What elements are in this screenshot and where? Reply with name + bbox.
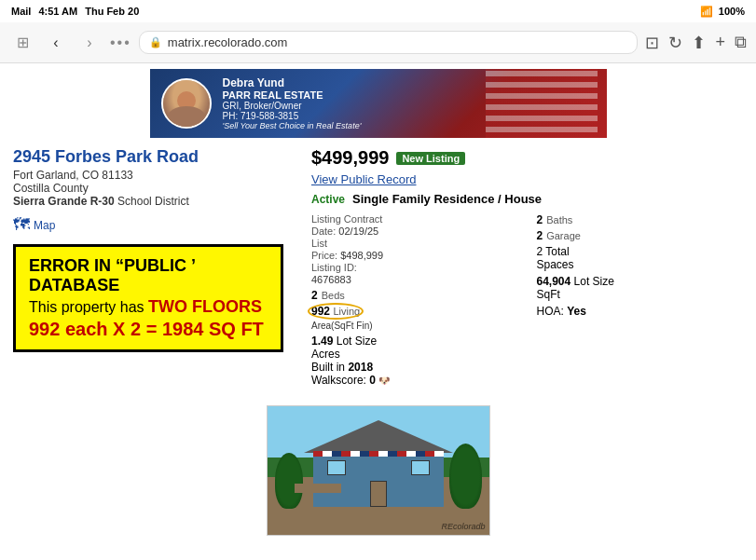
- baths-unit: Baths: [546, 214, 572, 225]
- beds-row: 2 Beds: [311, 289, 518, 302]
- agent-company: PARR REAL ESTATE: [223, 89, 362, 101]
- map-link[interactable]: 🗺 Map: [13, 215, 293, 235]
- new-listing-badge: New Listing: [396, 152, 465, 165]
- listing-date-row: Date: 02/19/25: [311, 225, 518, 237]
- lock-icon: 🔒: [149, 36, 162, 48]
- house-deck: [295, 484, 341, 493]
- details-col-right: 2 Baths 2 Garage 2 Total Spaces: [537, 213, 744, 387]
- garage-unit: Garage: [546, 230, 581, 241]
- listing-id-value-row: 4676883: [311, 274, 518, 285]
- property-image: REcoloradb: [267, 405, 490, 536]
- property-city: Fort Garland, CO 81133: [13, 169, 293, 182]
- school-district: Sierra Grande R-30 School District: [13, 195, 293, 208]
- house-body: [313, 451, 444, 507]
- listing-contract-row: Listing Contract: [311, 213, 518, 225]
- living-value: 992: [311, 305, 330, 318]
- listing-left-column: 2945 Forbes Park Road Fort Garland, CO 8…: [13, 147, 293, 387]
- page-content: Debra Yund PARR REAL ESTATE GRI, Broker/…: [0, 63, 756, 560]
- active-status: Active: [311, 193, 345, 206]
- lot-size-acres-row: 1.49 Lot Size: [311, 335, 518, 348]
- listing-id-value: 4676883: [311, 274, 351, 285]
- new-tab-icon[interactable]: +: [715, 33, 725, 52]
- listing-contract-label: Listing Contract: [311, 213, 382, 225]
- agent-info: Debra Yund PARR REAL ESTATE GRI, Broker/…: [223, 76, 362, 130]
- property-type: Single Family Residence / House: [352, 192, 542, 206]
- property-image-wrap: REcoloradb: [0, 405, 756, 554]
- lot-sqft-row: 64,904 Lot Size: [537, 275, 744, 288]
- listing-info: Listing Contract Date: 02/19/25 List Pri…: [311, 213, 518, 285]
- house-roof: [304, 420, 453, 453]
- recolorado-watermark: REcoloradb: [441, 522, 485, 531]
- share-icon[interactable]: ⬆: [692, 33, 706, 53]
- tree-right: [449, 444, 482, 509]
- agent-tagline: 'Sell Your Best Choice in Real Estate': [223, 121, 362, 130]
- price-row: $499,999 New Listing: [311, 147, 743, 169]
- date-label: Date:: [311, 225, 336, 237]
- spaces-value: 2: [537, 245, 543, 258]
- url-display: matrix.recolorado.com: [168, 35, 288, 49]
- details-grid: Listing Contract Date: 02/19/25 List Pri…: [311, 213, 743, 387]
- walkscore-icon: 🐶: [378, 376, 390, 386]
- browser-toolbar: ⊞ ‹ › ••• 🔒 matrix.recolorado.com ⊡ ↻ ⬆ …: [0, 22, 756, 63]
- list-price-value: $498,999: [340, 250, 383, 261]
- agent-name: Debra Yund: [223, 76, 362, 89]
- property-county: Costilla County: [13, 182, 293, 195]
- living-unit: Living: [333, 306, 360, 317]
- spaces-label: Spaces: [537, 258, 574, 271]
- forward-button[interactable]: ›: [76, 30, 103, 56]
- garage-row: 2 Garage: [537, 229, 744, 242]
- error-calculation: 992 each X 2 = 1984 SQ FT: [29, 319, 268, 340]
- walkscore-row: Walkscore: 0 🐶: [311, 374, 518, 387]
- dots-menu: •••: [110, 34, 131, 51]
- living-area-highlight: 992 Living: [311, 305, 360, 318]
- agent-banner: Debra Yund PARR REAL ESTATE GRI, Broker/…: [150, 69, 607, 138]
- airplay-icon[interactable]: ⊡: [645, 33, 659, 53]
- list-price-row: Price: $498,999: [311, 250, 518, 261]
- hoa-row: HOA: Yes: [537, 305, 744, 318]
- list-label-row: List: [311, 238, 518, 249]
- list-label: List: [311, 238, 327, 249]
- back-button[interactable]: ‹: [43, 30, 69, 56]
- address-bar[interactable]: 🔒 matrix.recolorado.com: [139, 31, 639, 54]
- property-address: 2945 Forbes Park Road: [13, 147, 293, 167]
- refresh-icon[interactable]: ↻: [668, 33, 682, 53]
- error-box: ERROR IN “PUBLIC ’ DATABASE This propert…: [13, 244, 283, 352]
- living-area-row: 992 Living: [311, 305, 518, 318]
- baths-value: 2: [537, 213, 543, 226]
- acres-row: Acres: [311, 348, 518, 361]
- house-structure: [304, 423, 453, 507]
- status-bar: Mail 4:51 AM Thu Feb 20 📶 100%: [0, 0, 756, 22]
- agent-credentials: GRI, Broker/Owner: [223, 101, 362, 111]
- error-highlight: TWO FLOORS: [148, 297, 262, 316]
- tabs-icon[interactable]: ⧉: [735, 33, 747, 52]
- garage-value: 2: [537, 229, 543, 242]
- map-label: Map: [34, 219, 55, 232]
- error-prefix: This property has: [29, 299, 148, 315]
- lot-sqft-sub-row: SqFt: [537, 288, 744, 301]
- spaces-row: 2 Total: [537, 245, 744, 258]
- listing-id-row: Listing ID:: [311, 262, 518, 273]
- day-display: Thu Feb 20: [85, 6, 139, 17]
- mail-indicator: Mail: [11, 6, 31, 17]
- view-public-record-link[interactable]: View Public Record: [311, 172, 743, 186]
- agent-phone: PH: 719-588-3815: [223, 111, 362, 121]
- beds-value: 2: [311, 289, 318, 302]
- details-col-left: Listing Contract Date: 02/19/25 List Pri…: [311, 213, 518, 387]
- listing-right-column: $499,999 New Listing View Public Record …: [311, 147, 743, 387]
- living-sub-row: Area(SqFt Fin): [311, 321, 518, 331]
- listing-id-label: Listing ID:: [311, 262, 357, 273]
- listing-section: 2945 Forbes Park Road Fort Garland, CO 8…: [0, 138, 756, 396]
- agent-photo: [161, 78, 212, 129]
- living-sub: Area(SqFt Fin): [311, 321, 373, 331]
- time-display: 4:51 AM: [38, 6, 77, 17]
- error-title: ERROR IN “PUBLIC ’ DATABASE: [29, 256, 268, 295]
- spaces-label-row: Spaces: [537, 258, 744, 271]
- sidebar-toggle-button[interactable]: ⊞: [9, 30, 35, 56]
- listing-price: $499,999: [311, 147, 389, 169]
- tree-left: [275, 453, 303, 509]
- built-row: Built in 2018: [311, 361, 518, 374]
- error-subtitle: This property has TWO FLOORS: [29, 297, 268, 317]
- map-icon: 🗺: [13, 215, 30, 235]
- date-value: 02/19/25: [338, 225, 378, 237]
- baths-row: 2 Baths: [537, 213, 744, 226]
